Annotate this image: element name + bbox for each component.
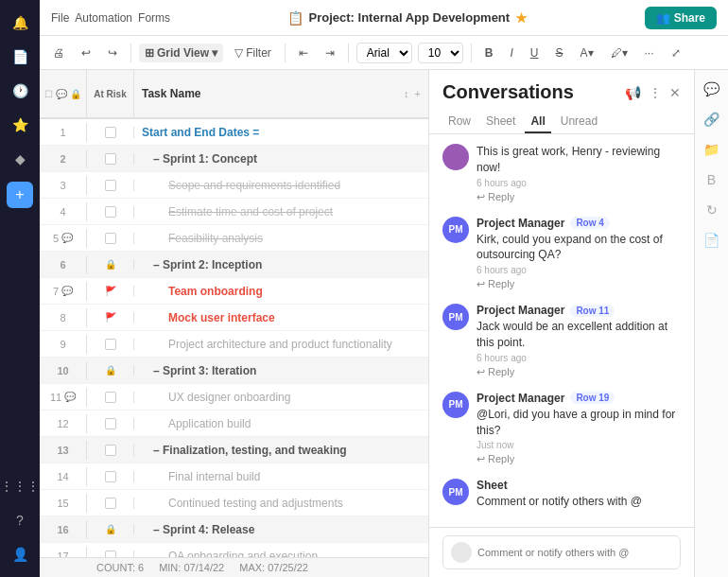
row-checkbox[interactable] (105, 206, 116, 218)
row-checkbox[interactable] (105, 392, 116, 403)
bold-button[interactable]: B (479, 44, 499, 62)
highlight-button[interactable]: 🖊▾ (605, 44, 633, 62)
sidebar-icon-help[interactable]: ? (5, 505, 35, 535)
col-add-icon[interactable]: + (415, 88, 421, 99)
task-name-cell[interactable]: Start and End Dates = (134, 122, 428, 143)
table-row[interactable]: 15Continued testing and adjustments (40, 490, 428, 516)
task-name-cell[interactable]: QA onboarding and execution (134, 546, 428, 558)
message-reply-button[interactable]: ↩ Reply (477, 366, 681, 378)
row-checkbox[interactable] (105, 339, 116, 350)
task-name-cell[interactable]: Estimate time and cost of project (134, 201, 428, 222)
indent-decrease-button[interactable]: ⇤ (293, 44, 314, 62)
task-name-cell[interactable]: Continued testing and adjustments (134, 493, 428, 514)
sidebar-icon-doc[interactable]: 📄 (5, 42, 35, 72)
conv-tab-row[interactable]: Row (442, 111, 477, 133)
table-row[interactable]: 7💬🚩Team onboarding (40, 278, 428, 305)
task-name-cell[interactable]: – Sprint 3: Iteration (134, 360, 428, 381)
sidebar-add-button[interactable]: + (7, 182, 33, 208)
strikethrough-button[interactable]: S (550, 44, 569, 62)
row-checkbox[interactable] (105, 471, 116, 482)
undo-button[interactable]: ↩ (76, 44, 96, 62)
task-name-cell[interactable]: Final internal build (134, 466, 428, 487)
table-row[interactable]: 3Scope and requirements identified (40, 172, 428, 199)
sidebar-icon-star[interactable]: ⭐ (5, 110, 35, 140)
table-row[interactable]: 8🚩Mock user interface (40, 305, 428, 331)
task-name-cell[interactable]: – Sprint 4: Release (134, 519, 428, 540)
table-row[interactable]: 10🔒– Sprint 3: Iteration (40, 358, 428, 384)
task-name-cell[interactable]: Scope and requirements identified (134, 175, 428, 196)
task-name-cell[interactable]: Team onboarding (134, 281, 428, 302)
task-name-cell[interactable]: Application build (134, 413, 428, 434)
conversations-title: Conversations (442, 81, 625, 103)
table-row[interactable]: 16🔒– Sprint 4: Release (40, 516, 428, 543)
rp-link-icon[interactable]: 🔗 (700, 108, 723, 131)
sidebar-icon-clock[interactable]: 🕐 (5, 76, 35, 106)
conversations-input[interactable] (477, 547, 672, 558)
share-button[interactable]: 👥 Share (645, 7, 717, 29)
sidebar-icon-diamond[interactable]: ◆ (5, 144, 35, 174)
table-row[interactable]: 5💬Feasibility analysis (40, 225, 428, 252)
conv-tab-sheet[interactable]: Sheet (480, 111, 521, 133)
more-button[interactable]: ··· (639, 44, 660, 62)
task-name-cell[interactable]: UX designer onboarding (134, 387, 428, 408)
col-sort-icon[interactable]: ↕ (404, 88, 409, 99)
message-avatar (442, 144, 469, 170)
table-row[interactable]: 1Start and End Dates = (40, 119, 428, 146)
menu-automation[interactable]: Automation (75, 11, 132, 25)
row-checkbox[interactable] (105, 418, 116, 429)
conv-tab-all[interactable]: All (525, 111, 550, 133)
fullscreen-button[interactable]: ⤢ (666, 44, 686, 62)
table-row[interactable]: 4Estimate time and cost of project (40, 199, 428, 225)
sidebar-icon-bell[interactable]: 🔔 (5, 8, 35, 38)
underline-button[interactable]: U (525, 44, 545, 62)
message-reply-button[interactable]: ↩ Reply (477, 453, 681, 465)
print-button[interactable]: 🖨 (47, 44, 70, 62)
text-color-button[interactable]: A▾ (575, 44, 599, 62)
row-checkbox[interactable] (105, 127, 116, 138)
conv-more-icon[interactable]: ⋮ (649, 85, 662, 100)
table-row[interactable]: 14Final internal build (40, 463, 428, 490)
task-name-cell[interactable]: Project architecture and product functio… (134, 334, 428, 355)
conv-megaphone-icon[interactable]: 📢 (625, 85, 641, 100)
conv-close-icon[interactable]: ✕ (669, 85, 681, 100)
row-checkbox[interactable] (105, 445, 116, 456)
row-checkbox[interactable] (105, 233, 116, 244)
table-row[interactable]: 12Application build (40, 411, 428, 437)
rp-bold-icon[interactable]: B (703, 168, 719, 191)
row-checkbox[interactable] (105, 180, 116, 191)
font-size-select[interactable]: 10 (418, 43, 463, 63)
task-name-cell[interactable]: – Sprint 2: Inception (134, 254, 428, 275)
rp-folder-icon[interactable]: 📁 (700, 138, 723, 161)
task-name-cell[interactable]: Feasibility analysis (134, 228, 428, 249)
rp-doc-icon[interactable]: 📄 (700, 229, 723, 252)
table-row[interactable]: 17QA onboarding and execution (40, 543, 428, 557)
indent-increase-button[interactable]: ⇥ (320, 44, 340, 62)
task-name-cell[interactable]: – Finalization, testing, and tweaking (134, 440, 428, 461)
table-row[interactable]: 9Project architecture and product functi… (40, 331, 428, 358)
title-star[interactable]: ★ (515, 10, 528, 26)
rp-chat-icon[interactable]: 💬 (700, 78, 723, 100)
sidebar-icon-user[interactable]: 👤 (5, 539, 35, 569)
table-row[interactable]: 13– Finalization, testing, and tweaking (40, 437, 428, 463)
italic-button[interactable]: I (504, 44, 518, 62)
conv-tab-unread[interactable]: Unread (555, 111, 603, 133)
menu-file[interactable]: File (51, 11, 69, 25)
table-row[interactable]: 2– Sprint 1: Concept (40, 146, 428, 172)
table-row[interactable]: 11💬UX designer onboarding (40, 384, 428, 411)
row-checkbox[interactable] (105, 153, 116, 165)
row-checkbox[interactable] (105, 551, 116, 558)
message-author: Project Manager (477, 304, 564, 317)
redo-button[interactable]: ↪ (102, 44, 123, 62)
message-reply-button[interactable]: ↩ Reply (477, 191, 681, 203)
rp-refresh-icon[interactable]: ↻ (702, 199, 721, 221)
message-reply-button[interactable]: ↩ Reply (477, 278, 681, 290)
row-checkbox[interactable] (105, 498, 116, 509)
task-name-cell[interactable]: Mock user interface (134, 307, 428, 328)
filter-button[interactable]: ▽ Filter (229, 44, 277, 62)
sidebar-icon-grid[interactable]: ⋮⋮⋮ (5, 471, 35, 501)
task-name-cell[interactable]: – Sprint 1: Concept (134, 149, 428, 169)
font-select[interactable]: Arial (356, 43, 412, 63)
grid-view-button[interactable]: ⊞ Grid View ▾ (139, 44, 223, 62)
table-row[interactable]: 6🔒– Sprint 2: Inception (40, 252, 428, 278)
menu-forms[interactable]: Forms (138, 11, 170, 25)
